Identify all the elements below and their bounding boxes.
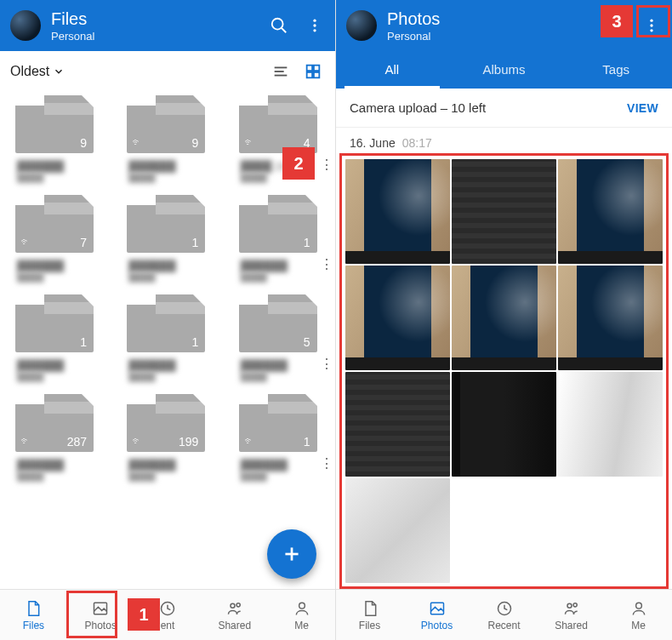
shared-icon: ᯤ xyxy=(20,236,31,248)
date-header: 16. June08:17 xyxy=(336,128,672,153)
svg-point-16 xyxy=(231,603,235,608)
people-icon xyxy=(225,599,244,618)
nav-label: Me xyxy=(294,620,309,631)
folder-item[interactable]: 1 ██████ ████ ⋮ xyxy=(231,190,335,283)
svg-point-18 xyxy=(299,603,305,609)
svg-point-0 xyxy=(272,19,283,30)
svg-point-21 xyxy=(650,29,652,31)
row-more-icon[interactable]: ⋮ xyxy=(320,356,333,372)
photo-thumb[interactable] xyxy=(558,266,663,370)
person-icon xyxy=(629,599,648,618)
svg-point-2 xyxy=(313,20,316,22)
tab-all[interactable]: All xyxy=(336,51,448,89)
svg-point-25 xyxy=(573,603,577,606)
svg-rect-10 xyxy=(307,72,312,77)
nav-me[interactable]: Me xyxy=(605,590,672,640)
avatar[interactable] xyxy=(10,10,41,41)
bottom-nav-right: Files Photos Recent Shared Me xyxy=(336,589,672,640)
nav-label: Files xyxy=(359,620,380,631)
folder-sub: ████ xyxy=(7,173,111,183)
folder-item[interactable]: 5 ██████ ████ ⋮ xyxy=(231,289,335,382)
upload-status: Camera upload – 10 left xyxy=(350,100,486,115)
callout-1: 1 xyxy=(128,598,160,631)
photo-thumb[interactable] xyxy=(345,266,450,370)
avatar[interactable] xyxy=(346,10,377,41)
svg-line-1 xyxy=(282,28,287,33)
callout-3: 3 xyxy=(601,5,633,37)
sort-bar: Oldest xyxy=(0,51,335,90)
photo-thumb[interactable] xyxy=(452,372,556,477)
nav-shared[interactable]: Shared xyxy=(538,590,605,640)
photo-thumb[interactable] xyxy=(558,372,663,477)
folder-count: 1 xyxy=(192,236,199,249)
nav-me[interactable]: Me xyxy=(268,590,335,640)
folder-name: ██████ xyxy=(118,258,223,272)
nav-label: Shared xyxy=(218,620,251,631)
nav-files[interactable]: Files xyxy=(0,590,67,640)
shared-icon: ᯤ xyxy=(132,435,142,447)
search-icon[interactable] xyxy=(269,15,289,36)
folder-count: 9 xyxy=(192,136,199,150)
nav-photos[interactable]: Photos xyxy=(403,590,470,640)
folder-item[interactable]: ᯤ 287 ██████ ████ xyxy=(7,389,111,482)
folder-count: 287 xyxy=(67,435,87,449)
photo-thumb[interactable] xyxy=(452,266,556,370)
nav-label: Files xyxy=(23,620,44,631)
person-icon xyxy=(293,599,311,618)
photo-thumb[interactable] xyxy=(558,159,663,264)
row-more-icon[interactable]: ⋮ xyxy=(320,455,333,471)
more-vert-icon[interactable] xyxy=(305,15,325,36)
add-fab[interactable] xyxy=(267,529,316,579)
file-icon xyxy=(361,599,379,618)
folder-item[interactable]: 9 ██████ ████ xyxy=(7,90,111,183)
nav-label: Recent xyxy=(487,620,520,631)
folder-sub: ████ xyxy=(231,471,335,482)
sort-selector[interactable]: Oldest xyxy=(10,64,65,79)
nav-label: ent xyxy=(161,620,175,631)
folder-item[interactable]: ᯤ 199 ██████ ████ xyxy=(118,389,223,482)
folder-item[interactable]: 1 ██████ ████ xyxy=(118,190,223,283)
folder-sub: ████ xyxy=(118,173,223,183)
folder-item[interactable]: 1 ██████ ████ xyxy=(118,289,223,382)
svg-rect-11 xyxy=(314,72,319,77)
nav-label: Photos xyxy=(421,620,453,631)
row-more-icon[interactable]: ⋮ xyxy=(320,157,333,173)
more-vert-icon[interactable] xyxy=(641,15,662,36)
nav-shared[interactable]: Shared xyxy=(201,590,268,640)
photo-grid xyxy=(345,159,663,583)
photo-thumb[interactable] xyxy=(452,159,556,264)
tab-albums[interactable]: Albums xyxy=(448,51,561,89)
folder-sub: ████ xyxy=(118,471,223,482)
folder-count: 1 xyxy=(192,335,199,349)
folder-item[interactable]: ᯤ 7 ██████ ████ xyxy=(7,190,111,283)
svg-point-4 xyxy=(313,29,316,31)
nav-recent[interactable]: Recent xyxy=(470,590,538,640)
tab-tags[interactable]: Tags xyxy=(560,51,672,89)
svg-rect-9 xyxy=(314,66,319,71)
screen-subtitle: Personal xyxy=(51,30,269,43)
folder-sub: ████ xyxy=(7,471,111,482)
upload-view-button[interactable]: VIEW xyxy=(627,101,658,115)
nav-files[interactable]: Files xyxy=(336,590,403,640)
photo-thumb[interactable] xyxy=(345,159,450,264)
photos-screen: Photos Personal All Albums Tags Camera u… xyxy=(336,0,672,640)
folder-count: 7 xyxy=(80,236,87,249)
folder-item[interactable]: ᯤ 9 ██████ ████ xyxy=(118,90,223,183)
view-grid-icon[interactable] xyxy=(301,60,325,83)
topbar-files: Files Personal xyxy=(0,0,335,51)
photo-thumb[interactable] xyxy=(345,372,450,477)
folder-item[interactable]: ᯤ 1 ██████ ████ ⋮ xyxy=(231,389,335,482)
folder-sub: ████ xyxy=(7,272,111,283)
shared-icon: ᯤ xyxy=(20,435,31,447)
folder-name: ██████ xyxy=(7,258,111,272)
photo-thumb[interactable] xyxy=(345,478,450,583)
view-list-icon[interactable] xyxy=(269,60,293,83)
svg-point-26 xyxy=(635,603,641,609)
folder-name: ██████ xyxy=(7,158,111,173)
folder-item[interactable]: 1 ██████ ████ xyxy=(7,289,111,382)
shared-icon: ᯤ xyxy=(244,435,254,447)
nav-label: Shared xyxy=(555,620,588,631)
folder-count: 9 xyxy=(80,136,87,150)
row-more-icon[interactable]: ⋮ xyxy=(320,256,333,272)
folder-sub: ████ xyxy=(118,372,223,382)
